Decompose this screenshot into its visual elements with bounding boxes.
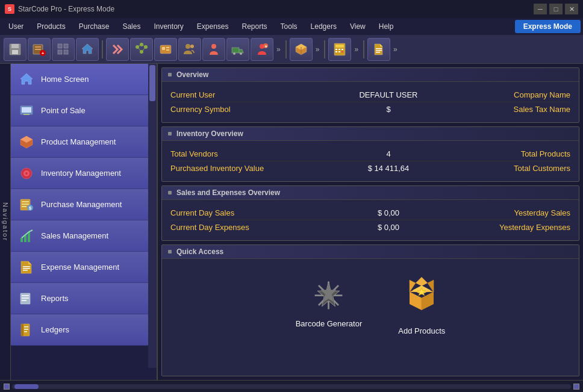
current-day-sales-value: $ 0,00 [303,208,474,217]
menu-ledgers[interactable]: Ledgers [305,20,343,33]
svg-rect-40 [338,51,340,52]
sidebar-item-inventory[interactable]: Inventory Management [11,158,157,189]
toolbar-truck-btn[interactable] [226,38,249,61]
sidebar-item-purchase[interactable]: $ Purchase Management [11,189,157,220]
sidebar-item-home[interactable]: Home Screen [11,64,157,95]
menu-expenses[interactable]: Expenses [191,20,235,33]
sidebar-label-ledgers: Ledgers [41,325,69,334]
menu-bar: User Products Purchase Sales Inventory E… [0,18,583,35]
menu-tools[interactable]: Tools [275,20,304,33]
overview-row-currency: Currency Symbol $ Sales Tax Name [170,102,570,116]
company-name-label: Company Name [474,90,570,99]
overview-panel: Overview Current User DEFAULT USER Compa… [161,67,579,123]
app-title: StarCode Pro - Express Mode [18,5,114,13]
sidebar-item-sales[interactable]: Sales Management [11,220,157,252]
toolbar-id-btn[interactable] [154,38,177,61]
toolbar-add-btn[interactable]: + [28,38,51,61]
toolbar-box-btn[interactable] [290,38,313,61]
svg-rect-11 [64,50,68,54]
toolbar-person-btn[interactable] [202,38,225,61]
menu-products[interactable]: Products [31,20,71,33]
sidebar-label-purchase: Purchase Management [41,200,122,209]
svg-rect-37 [338,49,340,50]
svg-rect-10 [58,50,62,54]
content-scrollbar[interactable] [12,384,571,389]
toolbar-separator-1 [102,40,103,58]
overview-title: Overview [176,70,208,79]
sidebar-item-product[interactable]: Product Management [11,126,157,158]
svg-rect-5 [35,49,41,50]
inventory-panel-body: Total Vendors 4 Total Products Purchased… [162,141,579,181]
svg-rect-64 [22,295,29,296]
menu-help[interactable]: Help [373,20,400,33]
sidebar-scroll-thumb[interactable] [149,65,155,101]
svg-rect-70 [24,329,28,330]
purchased-value-value: $ 14 411,64 [303,164,474,173]
menu-view[interactable]: View [344,20,372,33]
sidebar-item-pos[interactable]: Point of Sale [11,95,157,126]
qa-add-products[interactable]: Add Products [386,271,457,341]
toolbar-grid-btn[interactable] [52,38,75,61]
menu-reports[interactable]: Reports [236,20,273,33]
toolbar-people-btn[interactable] [178,38,201,61]
sidebar-label-home: Home Screen [41,75,89,84]
toolbar-more-2[interactable]: » [314,45,322,54]
toolbar-more-1[interactable]: » [275,45,282,54]
status-corner-left [4,384,10,390]
toolbar-calc-btn[interactable] [328,38,351,61]
content-scroll-thumb[interactable] [14,384,39,389]
inventory-row-purchased: Purchased Inventory Value $ 14 411,64 To… [170,161,570,175]
inventory-panel: Inventory Overview Total Vendors 4 Total… [161,126,579,182]
sidebar-item-ledgers[interactable]: Ledgers [11,314,157,346]
toolbar-flow-btn[interactable] [130,38,153,61]
overview-row-user: Current User DEFAULT USER Company Name [170,88,570,102]
toolbar-more-4[interactable]: » [391,45,399,54]
menu-sales[interactable]: Sales [116,20,146,33]
svg-rect-61 [23,268,30,269]
toolbar-user-btn[interactable]: ★ [251,38,273,61]
svg-rect-20 [160,45,171,54]
svg-rect-2 [12,50,18,54]
svg-rect-21 [162,47,165,50]
add-products-icon [404,277,440,320]
menu-user[interactable]: User [2,20,30,33]
qa-barcode-generator[interactable]: Barcode Generator [284,271,375,341]
window-controls[interactable]: ─ □ ✕ [534,4,578,14]
svg-rect-27 [232,48,239,53]
toolbar-home-btn[interactable] [76,38,99,61]
quick-access-body: Barcode Generator [162,259,579,353]
svg-rect-35 [335,45,344,48]
toolbar-separator-4 [363,40,364,58]
close-button[interactable]: ✕ [565,4,578,14]
maximize-button[interactable]: □ [549,4,563,14]
svg-point-50 [25,172,28,175]
toolbar-save-btn[interactable] [4,38,26,61]
home-icon [18,72,35,87]
menu-inventory[interactable]: Inventory [148,20,189,33]
sidebar-label-product: Product Management [41,137,116,146]
menu-purchase[interactable]: Purchase [73,20,116,33]
svg-rect-66 [22,300,26,301]
currency-symbol-value: $ [303,105,474,114]
svg-rect-46 [22,107,31,113]
app-logo: S [5,4,14,14]
sidebar-item-reports[interactable]: Reports [11,283,157,314]
svg-rect-53 [22,204,29,205]
sidebar-item-expense[interactable]: Expense Management [11,252,157,283]
toolbar: + [0,35,583,64]
pos-icon [18,103,35,119]
toolbar-arrow-btn[interactable] [106,38,129,61]
toolbar-file-btn[interactable] [367,38,390,61]
svg-point-25 [190,45,194,48]
purchased-value-label: Purchased Inventory Value [170,164,303,173]
sidebar-scrollbar[interactable] [148,64,157,368]
expense-icon [18,260,35,275]
svg-rect-59 [28,232,30,242]
express-mode-button[interactable]: Express Mode [515,20,581,33]
sales-icon [18,228,35,244]
toolbar-more-3[interactable]: » [352,45,360,54]
minimize-button[interactable]: ─ [534,4,547,14]
title-bar: S StarCode Pro - Express Mode ─ □ ✕ [0,0,583,18]
status-corner-right [573,384,579,390]
overview-panel-body: Current User DEFAULT USER Company Name C… [162,82,579,122]
